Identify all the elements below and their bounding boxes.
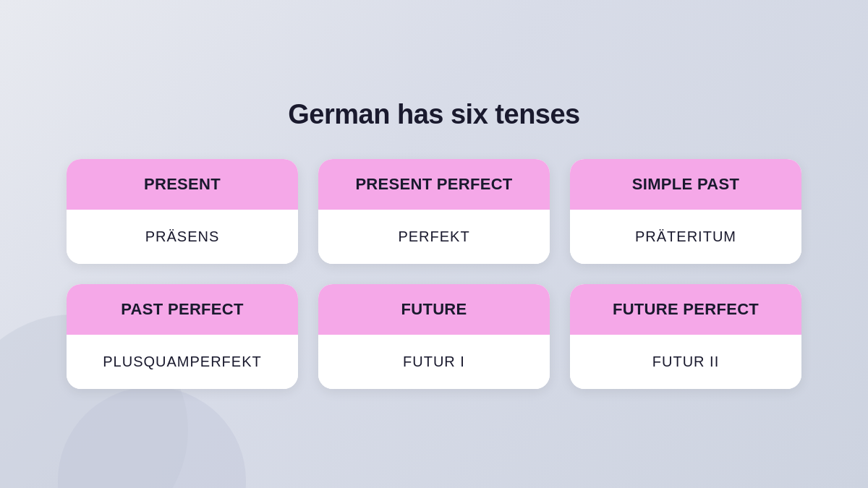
card-body-text-simple-past: PRÄTERITUM [635,228,736,244]
card-simple-past: SIMPLE PASTPRÄTERITUM [570,159,801,264]
card-header-present-perfect: PRESENT PERFECT [318,159,550,210]
card-body-text-past-perfect: PLUSQUAMPERFEKT [103,354,261,369]
card-present: PRESENTPRÄSENS [67,159,298,264]
card-header-present: PRESENT [67,159,298,210]
card-header-future: FUTURE [318,284,550,335]
card-body-present: PRÄSENS [67,210,298,264]
card-past-perfect: PAST PERFECTPLUSQUAMPERFEKT [67,284,298,389]
card-body-present-perfect: PERFEKT [318,210,550,264]
card-body-text-present-perfect: PERFEKT [398,228,469,244]
card-header-text-simple-past: SIMPLE PAST [632,175,739,193]
card-future-perfect: FUTURE PERFECTFUTUR II [570,284,801,389]
page-title: German has six tenses [288,99,580,130]
card-header-text-future: FUTURE [401,300,467,318]
card-body-text-future-perfect: FUTUR II [652,354,719,369]
card-body-simple-past: PRÄTERITUM [570,210,801,264]
card-present-perfect: PRESENT PERFECTPERFEKT [318,159,550,264]
card-body-past-perfect: PLUSQUAMPERFEKT [67,335,298,389]
card-body-future-perfect: FUTUR II [570,335,801,389]
card-header-past-perfect: PAST PERFECT [67,284,298,335]
card-header-text-present-perfect: PRESENT PERFECT [355,175,512,193]
card-header-future-perfect: FUTURE PERFECT [570,284,801,335]
card-body-future: FUTUR I [318,335,550,389]
tenses-grid: PRESENTPRÄSENSPRESENT PERFECTPERFEKTSIMP… [67,159,801,389]
card-header-text-future-perfect: FUTURE PERFECT [613,300,759,318]
card-header-text-past-perfect: PAST PERFECT [121,300,243,318]
card-header-text-present: PRESENT [144,175,221,193]
card-header-simple-past: SIMPLE PAST [570,159,801,210]
card-body-text-present: PRÄSENS [145,228,220,244]
card-body-text-future: FUTUR I [403,354,465,369]
card-future: FUTUREFUTUR I [318,284,550,389]
